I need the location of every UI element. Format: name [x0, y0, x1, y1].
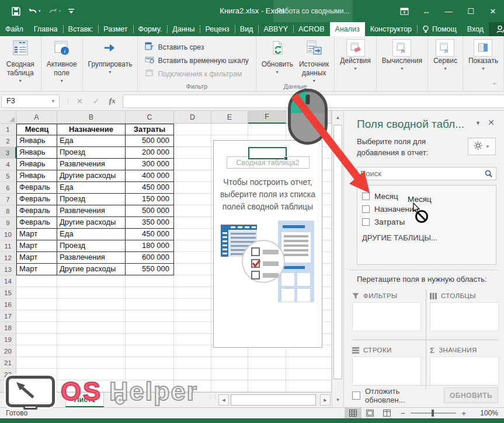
cell[interactable]: [57, 299, 126, 310]
row-header-21[interactable]: 21: [0, 357, 16, 369]
cell[interactable]: [211, 124, 248, 135]
zoom-slider[interactable]: [411, 412, 456, 414]
cell[interactable]: [126, 299, 174, 310]
cell[interactable]: [16, 287, 57, 299]
cell[interactable]: Март: [16, 252, 57, 264]
tab-review[interactable]: Реценз: [200, 22, 234, 36]
row-header-4[interactable]: 4: [0, 159, 16, 170]
cell[interactable]: [174, 194, 211, 205]
cell[interactable]: Назначение: [57, 124, 126, 135]
cell[interactable]: [126, 334, 174, 345]
select-all-corner[interactable]: [0, 111, 16, 124]
cell[interactable]: [126, 357, 174, 369]
cell[interactable]: Проезд: [57, 147, 126, 159]
zoom-slider-thumb[interactable]: [432, 410, 434, 417]
actions-button[interactable]: Действия ▼: [337, 38, 374, 82]
cell[interactable]: [174, 182, 211, 194]
row-header-14[interactable]: 14: [0, 275, 16, 287]
cell[interactable]: Развлечения: [57, 252, 126, 264]
cell[interactable]: [174, 264, 211, 275]
tab-file[interactable]: Файл: [0, 22, 29, 36]
cell[interactable]: 450 000: [126, 182, 174, 194]
cell[interactable]: [248, 369, 286, 380]
cell[interactable]: Еда: [57, 182, 126, 194]
cell[interactable]: [211, 357, 248, 369]
row-header-20[interactable]: 20: [0, 345, 16, 357]
cell[interactable]: 180 000: [126, 240, 174, 252]
pane-close-icon[interactable]: ✕: [488, 118, 495, 127]
cell[interactable]: [174, 205, 211, 217]
row-header-2[interactable]: 2: [0, 135, 16, 147]
row-header-10[interactable]: 10: [0, 229, 16, 240]
cell[interactable]: Февраль: [16, 194, 57, 205]
cell[interactable]: [16, 357, 57, 369]
close-icon[interactable]: ✕: [482, 0, 504, 22]
cell[interactable]: [174, 147, 211, 159]
insert-function-icon[interactable]: fx: [109, 96, 116, 106]
maximize-icon[interactable]: ☐: [460, 0, 482, 22]
confirm-entry-icon[interactable]: ✓: [93, 97, 99, 106]
cell[interactable]: [286, 369, 332, 380]
cell[interactable]: 600 000: [126, 252, 174, 264]
tab-abbyy[interactable]: ABBYY: [258, 22, 293, 36]
horizontal-scroll-thumb[interactable]: [231, 394, 316, 405]
cell[interactable]: 500 000: [126, 205, 174, 217]
active-field-button[interactable]: i Активное поле ▼: [44, 38, 80, 82]
cell[interactable]: [174, 135, 211, 147]
cell[interactable]: [174, 322, 211, 334]
cell[interactable]: 350 000: [126, 217, 174, 229]
cell[interactable]: [211, 380, 248, 392]
tab-data[interactable]: Данны: [167, 22, 200, 36]
tab-view[interactable]: Вид: [235, 22, 259, 36]
zoom-level[interactable]: 100%: [471, 409, 498, 417]
cell[interactable]: [174, 217, 211, 229]
normal-view-icon[interactable]: [345, 408, 362, 418]
column-header-C[interactable]: C: [126, 111, 174, 124]
page-layout-view-icon[interactable]: [362, 408, 378, 418]
row-header-18[interactable]: 18: [0, 322, 16, 334]
cell[interactable]: [126, 310, 174, 322]
column-header-B[interactable]: B: [57, 111, 126, 124]
cell[interactable]: [16, 310, 57, 322]
cell[interactable]: Февраль: [16, 182, 57, 194]
area-dropzone[interactable]: [430, 302, 499, 331]
vertical-scrollbar[interactable]: ▲ ▼: [332, 111, 343, 407]
tab-signin[interactable]: Вход: [462, 22, 489, 36]
cell[interactable]: Февраль: [16, 205, 57, 217]
ribbon-display-options-icon[interactable]: [393, 0, 415, 22]
search-icon[interactable]: [481, 170, 496, 177]
tab-help[interactable]: Помощ: [417, 22, 462, 36]
cell[interactable]: Другие расходы: [57, 264, 126, 275]
scroll-up-icon[interactable]: ▲: [332, 112, 343, 123]
row-header-19[interactable]: 19: [0, 334, 16, 345]
cell[interactable]: [16, 299, 57, 310]
cell[interactable]: [126, 275, 174, 287]
pane-options-caret-icon[interactable]: ▼: [475, 120, 481, 126]
cell[interactable]: 200 000: [126, 147, 174, 159]
vertical-scroll-thumb[interactable]: [333, 125, 342, 379]
cell[interactable]: [174, 334, 211, 345]
cell[interactable]: [57, 310, 126, 322]
cell[interactable]: Январь: [16, 159, 57, 170]
cell[interactable]: Еда: [57, 229, 126, 240]
cell[interactable]: Проезд: [57, 194, 126, 205]
cell[interactable]: [126, 287, 174, 299]
cell[interactable]: Январь: [16, 147, 57, 159]
cell[interactable]: 300 000: [126, 159, 174, 170]
cell[interactable]: [16, 322, 57, 334]
row-header-17[interactable]: 17: [0, 310, 16, 322]
tab-formulas[interactable]: Форму.: [133, 22, 168, 36]
cell[interactable]: Развлечения: [57, 159, 126, 170]
cell[interactable]: [286, 380, 332, 392]
cell[interactable]: Март: [16, 229, 57, 240]
area-dropzone[interactable]: [352, 302, 421, 331]
tab-insert[interactable]: Вставк:: [63, 22, 99, 36]
cell[interactable]: [248, 124, 286, 135]
scroll-right-icon[interactable]: ▶: [320, 394, 331, 405]
row-header-5[interactable]: 5: [0, 170, 16, 182]
row-header-9[interactable]: 9: [0, 217, 16, 229]
cancel-entry-icon[interactable]: ✕: [77, 97, 83, 106]
minimize-icon[interactable]: —: [437, 0, 460, 22]
cell[interactable]: [16, 334, 57, 345]
cell[interactable]: [174, 287, 211, 299]
